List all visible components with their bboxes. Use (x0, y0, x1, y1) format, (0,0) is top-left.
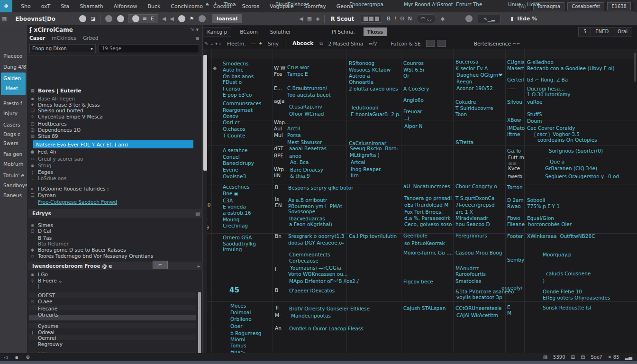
back-icon[interactable]: ◀ (299, 16, 303, 22)
grid-cell-text[interactable]: Freuoar (403, 109, 422, 114)
grid-cell-text[interactable]: Moung (223, 217, 239, 222)
grid-cell-text[interactable]: Fox Tort Brroes. (404, 209, 443, 215)
grid-cell-text[interactable]: Artcai (351, 159, 365, 165)
grid-cell-text[interactable]: so PbtuoKeorrak (404, 240, 445, 246)
menu-item[interactable]: Sta (56, 2, 74, 11)
grid-cell-text[interactable]: hou Seacoo D (455, 221, 490, 227)
grid-cell-text[interactable]: Ohnoartia (349, 79, 373, 85)
list-item[interactable]: Regrouwy (30, 341, 63, 347)
tab-right-button[interactable]: Oral (613, 27, 632, 36)
filter-field-3[interactable]: Abcock (292, 40, 313, 46)
grid-cell-text[interactable]: Fbwo (507, 215, 520, 221)
tree-item[interactable]: ❑ Sheiso oud borted (30, 107, 83, 114)
grid-cell-text[interactable]: Bne ◉ (223, 191, 238, 196)
panel-tab-list-icon[interactable]: ≣ (196, 36, 200, 41)
toolbar-circle-icon[interactable] (199, 15, 206, 22)
grid-cell-text[interactable]: B (275, 287, 278, 293)
grid-cell-text[interactable]: arc 1 X (455, 209, 473, 215)
grid-cell-text[interactable]: Irmuing (223, 246, 242, 252)
document-tab[interactable]: Pl Schria. (328, 27, 359, 36)
grid-right-scrollbar-thumb[interactable] (634, 53, 636, 82)
dock-tab[interactable]: Dogs c (3, 131, 20, 137)
grid-cell-text[interactable]: MLtiigrsfta ) (350, 152, 380, 158)
grid-cell-text[interactable]: Ooer (230, 323, 242, 329)
grid-cell-text[interactable]: On bas anos (223, 73, 254, 79)
grid-cell-text[interactable]: agja (274, 98, 284, 104)
panel-pin-icon[interactable]: ⇲ ▾ (190, 27, 199, 33)
grid-cell-text[interactable]: RSftonoog (349, 60, 374, 66)
grid-cell-text[interactable]: ❲cscr❳ Voghor-3.5 (533, 131, 580, 137)
save-icon[interactable]: ◪ (91, 16, 95, 22)
grid-cell-text[interactable]: Geenbofe (403, 233, 428, 238)
grid-cell-text[interactable]: Vorto WOKncassen ou... (288, 271, 348, 277)
grid-cell-text[interactable]: Flgcov bece (403, 279, 433, 284)
grid-cell-text[interactable]: aU Nocatuncmces (403, 183, 450, 189)
grid-cell-text[interactable]: Crus wor (287, 64, 309, 70)
play-left-icon[interactable]: ◀ (170, 16, 173, 22)
n-icon[interactable]: N (408, 16, 412, 22)
grid-cell-text[interactable]: CAJAl WkAcetitm (456, 312, 498, 318)
stack-icon[interactable]: ⧉ (319, 41, 323, 46)
grid-cell-text[interactable]: oEa Rrurdolead M (404, 202, 448, 208)
e-icon[interactable]: E (151, 16, 154, 22)
grid-cell-text[interactable]: E hooniaGuarB- 2 p. (351, 111, 400, 117)
grid-cell-text[interactable]: 775% p E-Y 1 (527, 203, 560, 209)
grid-cell-text[interactable]: Porsa (287, 132, 301, 138)
grid-cell-text[interactable]: Semby (507, 257, 524, 263)
grid-cell-text[interactable]: GrBaranen (CIQ 34e) (545, 165, 597, 171)
theta-icon[interactable]: Θ (400, 16, 404, 22)
grid-cell-text[interactable]: Moces (230, 303, 246, 309)
grid-cell-text[interactable]: Tanoera go prnsadi (404, 195, 452, 201)
grid-cell-text[interactable]: --L (404, 116, 410, 121)
document-tab[interactable]: BCaom (236, 27, 261, 36)
tree-item[interactable]: ◫ Dependences 1O (30, 127, 81, 133)
grid-cell-text[interactable]: coordeains On Oetopies (537, 137, 597, 143)
list-item[interactable]: ODEST (30, 292, 55, 299)
grid-cell-text[interactable]: Doimoai (230, 309, 251, 315)
toolbar-circle-icon[interactable] (117, 15, 124, 22)
grid-cell-text[interactable]: I (275, 266, 276, 272)
grid-cell-text[interactable]: Peregrinnurs (455, 233, 487, 238)
grid-cell-text[interactable]: Saodudtrylkg (223, 241, 256, 246)
grid-cell-text[interactable]: Aul (274, 126, 282, 131)
grid-cell-text[interactable]: Auto Inc (223, 67, 243, 73)
grid-cell-text[interactable]: ls (275, 196, 279, 202)
grid-cell-text[interactable]: &Tretta (455, 139, 473, 145)
filter-field-1[interactable]: Fleetm. (227, 41, 246, 46)
grid-column-header[interactable]: Myr Roond A'Gsroot (401, 1, 456, 7)
grid-cell-text[interactable]: Fileane (507, 221, 525, 227)
tree-item[interactable]: ◆ Boros gome D sue to Bacer Kaisses (30, 246, 126, 253)
grid-cell-text[interactable]: Oosov (223, 113, 238, 119)
tree-item[interactable]: ☰ Dyroan (30, 192, 56, 199)
grid-cell-text[interactable]: EREg ooters Ohyroasendes (543, 295, 610, 300)
grid-cell-text[interactable]: Masert (507, 65, 524, 71)
grid-cell-text[interactable]: Iftme (507, 131, 520, 137)
toolbar-circle-icon[interactable] (178, 15, 185, 22)
grid-cell-text[interactable]: StuffS (527, 111, 542, 117)
menu-item[interactable]: Alfonsow (109, 2, 142, 11)
menu-item[interactable]: oxT (36, 2, 55, 11)
dock-tab[interactable]: Casers (3, 122, 20, 127)
star-icon[interactable]: ✦ (258, 41, 262, 46)
grid-cell-text[interactable]: As a.B orriboutr (288, 197, 327, 203)
grid-column-header[interactable]: Tima (221, 1, 275, 7)
grid-cell-text[interactable]: CCtORUneeretesle (455, 305, 502, 311)
grid-cell-text[interactable]: Kvce (508, 165, 520, 171)
grid-cell-text[interactable]: Segiuers Oraugerston y=0 od (545, 173, 619, 179)
grid-cell-text[interactable]: W W (274, 65, 285, 71)
grid-cell-text[interactable]: Arctil (287, 126, 300, 131)
list-item[interactable]: Frecane (30, 305, 57, 312)
swatch-icon[interactable] (375, 17, 379, 21)
grid-cell-text[interactable]: T S.qurtDxonCa (455, 195, 494, 201)
grid-cell-text[interactable]: Ruroofourtis (455, 271, 486, 277)
grid-cell-text[interactable]: Wosoocs KCtaow (349, 67, 391, 73)
grid-cell-text[interactable]: Aconor 190/52 (456, 85, 493, 91)
signal-widget[interactable]: ∿▁▂ (478, 15, 500, 23)
grid-cell-text[interactable]: Mandecripootus (291, 313, 331, 318)
tree-item[interactable]: ◻ D Cal (30, 228, 51, 234)
tree-item[interactable]: ▦ Bores | Euterle (30, 87, 82, 94)
grid-cell-text[interactable]: Ovolsne3 (223, 173, 246, 179)
tree-item-selected[interactable]: Natsere Evo Ever FOL 'r Acr Et. ( am) (33, 140, 193, 148)
menu-item[interactable]: Conchicomo (166, 2, 208, 11)
grid-cell-text[interactable]: O.chacos (223, 126, 246, 132)
